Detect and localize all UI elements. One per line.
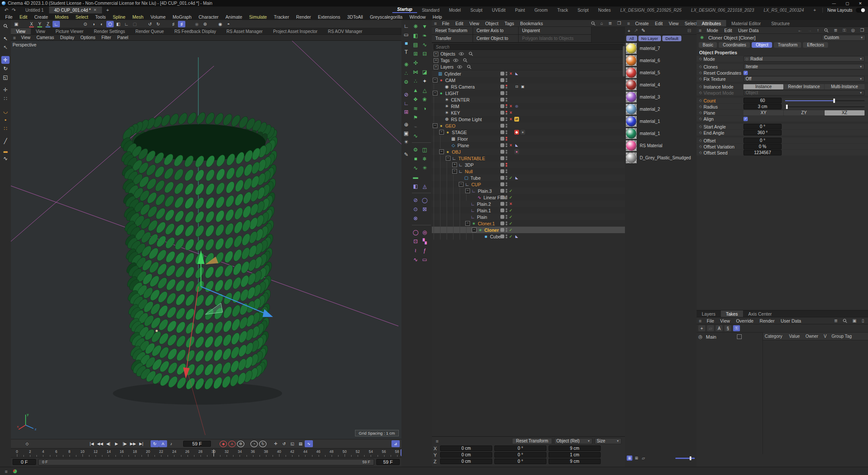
expander[interactable]: −	[433, 123, 437, 128]
layout-tab-model[interactable]: Model	[444, 8, 465, 13]
takes-filter-icon[interactable]: ≣	[833, 318, 839, 323]
phong-tag-icon[interactable]: ◣	[514, 71, 519, 76]
viewport-menu-options[interactable]: Options	[77, 35, 98, 40]
menu-spline[interactable]: Spline	[109, 14, 129, 20]
enabled-icon[interactable]: ✓	[509, 228, 513, 232]
next-key-button[interactable]: ▶▶	[129, 440, 137, 447]
enabled-icon[interactable]: ✓	[509, 208, 513, 213]
range-start-field[interactable]: 0 F	[13, 459, 36, 465]
visibility-dot[interactable]	[506, 217, 507, 219]
tab-axis-center[interactable]: Axis Center	[743, 310, 777, 317]
multi-axis-tool[interactable]: ∷	[1, 95, 10, 102]
knife-tool[interactable]: ╱	[1, 137, 10, 145]
tree-row-floor[interactable]: ▦Floor	[432, 135, 625, 142]
hex-b-icon[interactable]: ◯	[420, 196, 429, 204]
back-icon[interactable]: ←	[796, 28, 803, 33]
figure-icon[interactable]: ✣	[411, 59, 420, 67]
option-multi-instance[interactable]: Multi-Instance	[825, 84, 865, 89]
attr-menu-mode[interactable]: Mode	[704, 28, 721, 33]
close-button[interactable]: ✕	[858, 1, 862, 6]
option-xy[interactable]: XY	[743, 110, 783, 115]
fix-texture-dropdown[interactable]: Off▼	[743, 76, 865, 82]
material-menu-view[interactable]: View	[666, 21, 682, 26]
visibility-dot[interactable]	[506, 228, 507, 230]
command-reset-transform[interactable]: Reset Transform	[432, 27, 473, 35]
layer-color-box[interactable]	[500, 143, 504, 147]
pink-target-icon[interactable]: ◎	[420, 228, 429, 236]
menu-3dtoall[interactable]: 3DToAll	[344, 14, 366, 20]
attr-chip-coordinates[interactable]: Coordinates	[719, 42, 750, 48]
pink-folder-icon[interactable]: ▭	[420, 255, 429, 264]
layer-color-box[interactable]	[500, 202, 504, 206]
expander[interactable]: −	[433, 78, 437, 82]
snow-icon[interactable]: ❄	[420, 155, 429, 163]
attribute-menu-icon[interactable]: ≡	[697, 28, 704, 33]
offset-seed-field[interactable]: 1234567	[743, 150, 782, 155]
tree-row-cube[interactable]: ■Cube✓◣	[432, 233, 625, 240]
expander[interactable]: +	[434, 65, 438, 69]
visibility-dot[interactable]	[506, 126, 507, 128]
layout-tab-paint[interactable]: Paint	[510, 8, 530, 13]
visibility-dot[interactable]	[506, 169, 507, 171]
status-menu-icon[interactable]: ≡	[3, 469, 10, 474]
add-layout-button[interactable]: +	[809, 8, 821, 13]
quantize-snap-icon[interactable]: ♯	[178, 21, 185, 27]
wave-icon[interactable]: ≋	[411, 104, 420, 112]
disabled-icon[interactable]: ×	[509, 71, 513, 76]
takes-menu-file[interactable]: File	[704, 318, 717, 323]
tree-row-tube[interactable]: ▢Tube✓◣	[432, 175, 625, 181]
eye-icon[interactable]	[452, 59, 460, 62]
slider-handle[interactable]	[833, 99, 835, 103]
visibility-dot[interactable]	[506, 185, 507, 186]
tree-row-plain[interactable]: ∟Plain✓	[432, 214, 625, 220]
text-spline-icon[interactable]: T	[402, 48, 411, 56]
visibility-dot[interactable]	[506, 198, 507, 199]
attr-chip-transform[interactable]: Transform	[774, 42, 801, 48]
layout-toggle-switch[interactable]	[856, 8, 865, 13]
tab-attributes[interactable]: Attributes	[697, 20, 726, 26]
layer-color-box[interactable]	[500, 189, 504, 193]
menu-mesh[interactable]: Mesh	[129, 14, 147, 20]
tree-row-rs-dome-light[interactable]: ⊕RS Dome Light×⇄	[432, 116, 625, 122]
object-search-input[interactable]	[434, 44, 624, 50]
current-frame-field[interactable]: 59 F	[183, 441, 211, 447]
tree-row-turntable[interactable]: −∟TURNTABLE	[432, 155, 625, 162]
visibility-dot[interactable]	[506, 87, 507, 89]
coord-z-button[interactable]: Z	[44, 21, 52, 27]
sphere-half-icon[interactable]: ◑	[420, 104, 429, 112]
layout-tab-standard[interactable]: Standard	[417, 8, 444, 13]
end-angle-field[interactable]: 360 °	[743, 130, 782, 135]
disabled-icon[interactable]: ×	[509, 201, 513, 206]
visibility-dot[interactable]	[506, 221, 507, 223]
filter-search-icon[interactable]	[467, 52, 474, 56]
triangle-p-icon[interactable]: ◬	[420, 182, 429, 190]
layer-color-box[interactable]	[500, 234, 504, 238]
expander[interactable]: −	[472, 228, 477, 232]
next-frame-button[interactable]: |▶	[121, 440, 129, 447]
take-checkbox[interactable]	[737, 334, 742, 339]
add-document-tab-button[interactable]: +	[102, 7, 113, 13]
polygon-mode-icon[interactable]: ∷	[1, 125, 10, 132]
autokey-toggle[interactable]: A	[228, 441, 236, 447]
visibility-dot[interactable]	[506, 208, 507, 210]
null-object-icon[interactable]: ∟	[402, 22, 411, 30]
phong-tag-icon[interactable]: ◣	[514, 234, 519, 239]
enabled-icon[interactable]: ✓	[509, 221, 513, 226]
om-menu-file[interactable]: File	[439, 21, 452, 26]
viewport-solo-icon[interactable]: ◉	[217, 21, 224, 27]
visibility-dot[interactable]	[506, 78, 507, 80]
viewport-filter-icon[interactable]: ◓	[225, 21, 232, 27]
matrix-icon[interactable]: ◧	[411, 31, 420, 40]
spring-icon[interactable]: ∿	[420, 40, 429, 49]
rotation-z-field[interactable]: 0 °	[494, 459, 546, 464]
option-xz[interactable]: XZ	[825, 110, 865, 115]
sound-toggle[interactable]: ♪	[167, 440, 175, 447]
om-menu-view[interactable]: View	[466, 21, 482, 26]
om-menu-object[interactable]: Object	[482, 21, 501, 26]
start-angle-field[interactable]: 0 °	[743, 124, 782, 129]
keyframe-selection-button[interactable]: ⚙	[237, 441, 244, 447]
soft-selection-tool[interactable]: ◡	[1, 107, 10, 115]
prev-key-button[interactable]: ◀◀	[96, 440, 104, 447]
viewport-view-label[interactable]: Perspective	[13, 42, 36, 47]
hex-a-icon[interactable]: ⊘	[411, 196, 420, 204]
